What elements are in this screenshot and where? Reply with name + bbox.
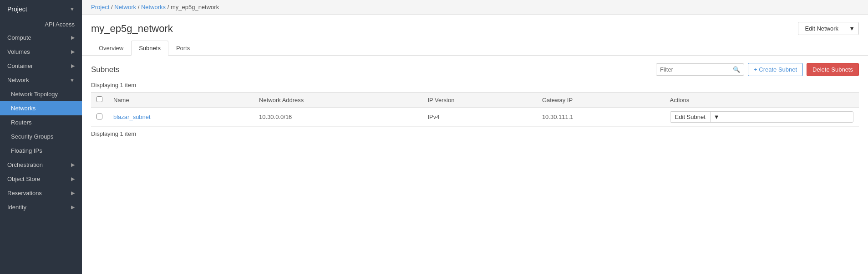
sidebar-item-reservations[interactable]: Reservations ▶: [0, 186, 82, 200]
sidebar-item-label: Reservations: [7, 190, 42, 196]
tabs-bar: Overview Subnets Ports: [82, 41, 868, 56]
sidebar-item-label: Floating IPs: [11, 147, 42, 154]
sidebar-item-api-access[interactable]: API Access: [0, 18, 82, 31]
page-header: my_ep5g_network Edit Network ▼: [82, 15, 868, 39]
sidebar-item-label: Compute: [7, 34, 31, 41]
chevron-right-icon: ▶: [71, 204, 75, 210]
sidebar-item-container[interactable]: Container ▶: [0, 59, 82, 73]
breadcrumb-network[interactable]: Network: [114, 4, 136, 10]
sidebar-item-security-groups[interactable]: Security Groups: [0, 129, 82, 144]
filter-input[interactable]: [656, 64, 729, 75]
breadcrumb-current: my_ep5g_network: [171, 4, 219, 10]
sidebar-project-label: Project: [7, 5, 27, 13]
chevron-right-icon: ▶: [71, 190, 75, 196]
col-header-name: Name: [108, 93, 254, 108]
col-header-actions: Actions: [665, 93, 859, 108]
subnet-name-link[interactable]: blazar_subnet: [113, 114, 151, 120]
row-gateway-ip-cell: 10.30.111.1: [537, 108, 665, 127]
sidebar-item-label: Network Topology: [11, 91, 58, 98]
tab-ports[interactable]: Ports: [168, 41, 198, 56]
sidebar-item-floating-ips[interactable]: Floating IPs: [0, 144, 82, 158]
sidebar-item-compute[interactable]: Compute ▶: [0, 31, 82, 45]
displaying-count-top: Displaying 1 item: [91, 82, 859, 88]
col-header-gateway-ip: Gateway IP: [537, 93, 665, 108]
sidebar-item-label: Network: [7, 77, 29, 83]
row-actions-cell: Edit Subnet ▼: [665, 108, 859, 127]
breadcrumb-networks[interactable]: Networks: [141, 4, 166, 10]
chevron-right-icon: ▶: [71, 162, 75, 168]
row-checkbox-cell[interactable]: [91, 108, 108, 127]
edit-network-caret[interactable]: ▼: [845, 22, 858, 35]
chevron-right-icon: ▶: [71, 176, 75, 182]
edit-subnet-button[interactable]: Edit Subnet ▼: [670, 111, 853, 123]
sidebar-item-label: Networks: [11, 105, 36, 112]
sidebar-item-label: Identity: [7, 204, 26, 211]
sidebar-item-label: API Access: [45, 21, 75, 28]
sidebar-item-routers[interactable]: Routers: [0, 115, 82, 129]
sidebar-item-label: Orchestration: [7, 161, 43, 168]
tab-subnets[interactable]: Subnets: [131, 41, 168, 56]
chevron-down-icon: ▼: [70, 78, 75, 83]
search-icon[interactable]: 🔍: [729, 64, 744, 75]
row-ip-version-cell: IPv4: [422, 108, 536, 127]
edit-network-label[interactable]: Edit Network: [798, 22, 845, 35]
sidebar-item-network[interactable]: Network ▼: [0, 73, 82, 87]
subnets-table: Name Network Address IP Version Gateway …: [91, 92, 859, 127]
breadcrumb-sep2: /: [138, 4, 141, 10]
content-area: Subnets 🔍 + Create Subnet Delete Subnets…: [82, 56, 868, 274]
chevron-right-icon: ▶: [71, 49, 75, 55]
edit-subnet-label[interactable]: Edit Subnet: [670, 112, 711, 122]
sidebar-item-label: Volumes: [7, 48, 30, 55]
edit-subnet-caret[interactable]: ▼: [711, 112, 723, 122]
sidebar-item-label: Routers: [11, 119, 32, 126]
sidebar-item-orchestration[interactable]: Orchestration ▶: [0, 158, 82, 172]
sidebar-item-label: Container: [7, 62, 33, 69]
sidebar-project-chevron: ▼: [70, 6, 75, 12]
sidebar-item-label: Object Store: [7, 176, 40, 182]
edit-network-button[interactable]: Edit Network ▼: [798, 22, 859, 35]
page-title: my_ep5g_network: [91, 23, 173, 35]
table-row: blazar_subnet 10.30.0.0/16 IPv4 10.30.11…: [91, 108, 859, 127]
select-all-checkbox[interactable]: [96, 96, 102, 102]
chevron-right-icon: ▶: [71, 63, 75, 69]
row-checkbox[interactable]: [96, 114, 102, 119]
section-actions: 🔍 + Create Subnet Delete Subnets: [656, 63, 859, 76]
filter-input-wrap[interactable]: 🔍: [656, 63, 744, 76]
sidebar-item-networks[interactable]: Networks: [0, 101, 82, 115]
breadcrumb-project[interactable]: Project: [91, 4, 109, 10]
chevron-right-icon: ▶: [71, 35, 75, 41]
sidebar-item-label: Security Groups: [11, 133, 53, 140]
create-subnet-button[interactable]: + Create Subnet: [748, 63, 803, 76]
delete-subnets-button[interactable]: Delete Subnets: [807, 63, 859, 76]
sidebar: Project ▼ API Access Compute ▶ Volumes ▶…: [0, 0, 82, 274]
breadcrumb: Project / Network / Networks / my_ep5g_n…: [82, 0, 868, 15]
section-title: Subnets: [91, 65, 119, 74]
row-name-cell: blazar_subnet: [108, 108, 254, 127]
sidebar-item-object-store[interactable]: Object Store ▶: [0, 172, 82, 186]
main-content: Project / Network / Networks / my_ep5g_n…: [82, 0, 868, 274]
breadcrumb-sep3: /: [168, 4, 171, 10]
col-header-network-address: Network Address: [254, 93, 422, 108]
sidebar-project[interactable]: Project ▼: [0, 0, 82, 18]
sidebar-item-network-topology[interactable]: Network Topology: [0, 87, 82, 101]
tab-overview[interactable]: Overview: [91, 41, 131, 56]
sidebar-item-volumes[interactable]: Volumes ▶: [0, 45, 82, 59]
displaying-count-bottom: Displaying 1 item: [91, 130, 859, 137]
sidebar-item-identity[interactable]: Identity ▶: [0, 200, 82, 214]
col-header-ip-version: IP Version: [422, 93, 536, 108]
section-header: Subnets 🔍 + Create Subnet Delete Subnets: [91, 63, 859, 76]
row-network-address-cell: 10.30.0.0/16: [254, 108, 422, 127]
col-header-checkbox[interactable]: [91, 93, 108, 108]
